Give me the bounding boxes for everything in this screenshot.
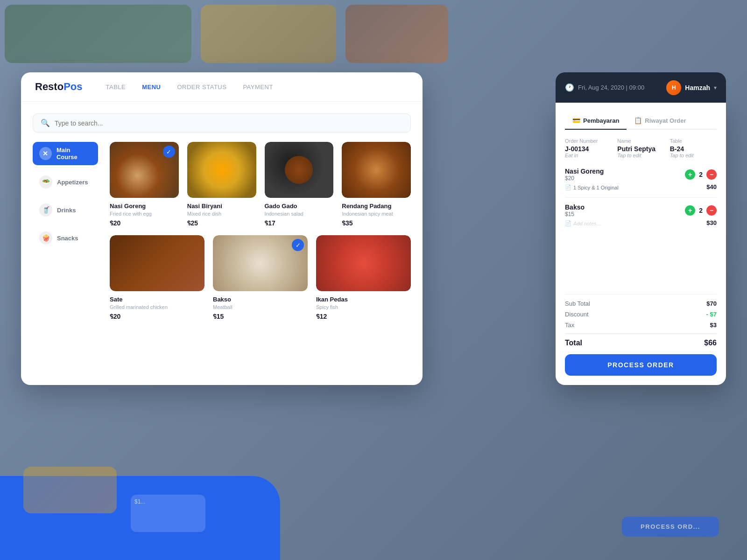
category-snacks[interactable]: 🍿 Snacks (33, 227, 98, 249)
nav-table[interactable]: TABLE (106, 84, 126, 91)
rendang-padang-image (342, 142, 411, 198)
datetime-text: Fri, Aug 24, 2020 | 09:00 (578, 84, 644, 91)
sate-image (110, 235, 204, 291)
bakso-subtotal: $30 (706, 219, 717, 226)
nasi-goreng-image: ✓ (110, 142, 179, 198)
table-label: Table (670, 138, 717, 144)
bakso-note-text: Add notes... (573, 221, 601, 226)
search-bar: 🔍 (33, 113, 411, 133)
snacks-label: Snacks (57, 235, 78, 242)
appetizers-icon: 🥗 (39, 175, 52, 189)
bg-text-1: $1... (131, 495, 205, 532)
nasi-goreng-order-name: Nasi Goreng (565, 168, 604, 175)
menu-item-bakso[interactable]: ✓ Bakso Meatball $15 (213, 235, 308, 320)
order-summary: Sub Total $70 Discount - $7 Tax $3 Total… (565, 288, 717, 347)
search-input[interactable] (55, 119, 403, 127)
bg-label: $1... (131, 495, 205, 509)
nasi-biryani-name: Nasi Biryani (187, 203, 256, 210)
process-order-button[interactable]: PROCESS ORDER (565, 354, 717, 376)
nasi-goreng-qty-num: 2 (699, 171, 703, 178)
category-sidebar: ✕ Main Course 🥗 Appetizers 🥤 Drinks 🍿 Sn… (33, 142, 98, 320)
rendang-padang-desc: Indonesian spicy meat (342, 211, 411, 217)
note-icon-nasi: 📄 (565, 184, 571, 190)
nasi-biryani-price: $25 (187, 219, 256, 227)
menu-item-ikan-pedas[interactable]: Ikan Pedas Spicy fish $12 (316, 235, 411, 320)
gado-gado-image (265, 142, 334, 198)
menu-item-gado-gado[interactable]: Gado Gado Indonesian salad $17 (265, 142, 334, 227)
menu-item-nasi-biryani[interactable]: Nasi Biryani Mixed rice dish $25 (187, 142, 256, 227)
bakso-price: $15 (213, 313, 308, 320)
pembayaran-icon: 💳 (572, 117, 580, 124)
nasi-goreng-qty-minus[interactable]: − (706, 169, 717, 180)
snacks-icon: 🍿 (39, 231, 52, 245)
bakso-qty-plus[interactable]: + (685, 205, 695, 216)
drinks-icon: 🥤 (39, 203, 52, 217)
search-icon: 🔍 (41, 119, 50, 127)
appetizers-label: Appetizers (57, 179, 88, 186)
order-items-divider (565, 197, 717, 198)
tax-label: Tax (565, 322, 574, 329)
sate-name: Sate (110, 296, 204, 303)
main-course-icon: ✕ (39, 147, 52, 160)
menu-item-sate[interactable]: Sate Grilled marinated chicken $20 (110, 235, 204, 320)
nasi-goreng-desc: Fried rice with egg (110, 211, 179, 217)
user-info: H Hamzah ▾ (666, 80, 717, 95)
tab-pembayaran[interactable]: 💳 Pembayaran (565, 112, 627, 130)
username: Hamzah (685, 84, 710, 91)
bakso-qty-minus[interactable]: − (706, 205, 717, 216)
nasi-biryani-desc: Mixed rice dish (187, 211, 256, 217)
bakso-note-row: 📄 Add notes... $30 (565, 219, 717, 226)
order-type: Eat in (565, 153, 612, 158)
bakso-order-name: Bakso (565, 203, 585, 211)
table-field[interactable]: Table B-24 Tap to edit (670, 138, 717, 158)
discount-label: Discount (565, 311, 589, 318)
nasi-goreng-selected-badge: ✓ (163, 146, 175, 158)
customer-name-field[interactable]: Name Putri Septya Tap to edit (617, 138, 664, 158)
total-row: Total $66 (565, 333, 717, 347)
order-item-header-nasi-goreng: Nasi Goreng $20 + 2 − (565, 168, 717, 182)
name-label: Name (617, 138, 664, 144)
menu-item-nasi-goreng[interactable]: ✓ Nasi Goreng Fried rice with egg $20 (110, 142, 179, 227)
customer-name-value: Putri Septya (617, 145, 664, 153)
nasi-goreng-img-bg: ✓ (110, 142, 179, 198)
datetime-display: 🕐 Fri, Aug 24, 2020 | 09:00 (565, 83, 644, 92)
chevron-down-icon: ▾ (714, 84, 717, 91)
nasi-goreng-note: 📄 1 Spicy & 1 Original (565, 184, 619, 190)
menu-item-rendang-padang[interactable]: Rendang Padang Indonesian spicy meat $35 (342, 142, 411, 227)
gado-gado-img-bg (265, 142, 334, 198)
nasi-goreng-unit-price: $20 (565, 175, 604, 182)
ikan-img-bg (316, 235, 411, 291)
order-number-field: Order Number J-00134 Eat in (565, 138, 612, 158)
discount-value: - $7 (706, 311, 717, 318)
nasi-goreng-qty-plus[interactable]: + (685, 169, 695, 180)
bakso-image: ✓ (213, 235, 308, 291)
subtotal-row: Sub Total $70 (565, 300, 717, 307)
content-wrapper: ✕ Main Course 🥗 Appetizers 🥤 Drinks 🍿 Sn… (33, 142, 411, 320)
ikan-pedas-price: $12 (316, 313, 411, 320)
nav-order-status[interactable]: ORDER STATUS (177, 84, 226, 91)
bg-image-3 (345, 5, 448, 63)
category-main-course[interactable]: ✕ Main Course (33, 142, 98, 165)
tab-riwayat-order[interactable]: 📋 Riwayat Order (627, 112, 693, 130)
nav-menu[interactable]: MENU (142, 84, 161, 91)
drinks-label: Drinks (57, 207, 76, 214)
nav-payment[interactable]: PAYMENT (243, 84, 273, 91)
clock-icon: 🕐 (565, 83, 574, 92)
order-items-list: Nasi Goreng $20 + 2 − 📄 1 Spicy & 1 Orig… (565, 168, 717, 279)
order-meta: Order Number J-00134 Eat in Name Putri S… (565, 138, 717, 158)
riwayat-label: Riwayat Order (645, 117, 686, 124)
order-item-nasi-goreng: Nasi Goreng $20 + 2 − 📄 1 Spicy & 1 Orig… (565, 168, 717, 190)
tax-row: Tax $3 (565, 322, 717, 329)
discount-row: Discount - $7 (565, 311, 717, 318)
right-panel-header: 🕐 Fri, Aug 24, 2020 | 09:00 H Hamzah ▾ (556, 72, 726, 103)
name-edit-hint: Tap to edit (617, 153, 664, 158)
bg-image-4 (23, 467, 117, 513)
category-drinks[interactable]: 🥤 Drinks (33, 199, 98, 221)
category-appetizers[interactable]: 🥗 Appetizers (33, 171, 98, 193)
riwayat-icon: 📋 (634, 117, 642, 124)
bakso-selected-badge: ✓ (292, 239, 304, 251)
bakso-name: Bakso (213, 296, 308, 303)
order-item-bakso: Bakso $15 + 2 − 📄 Add notes... $30 (565, 203, 717, 226)
summary-top-divider (565, 294, 717, 294)
bakso-note: 📄 Add notes... (565, 220, 601, 226)
